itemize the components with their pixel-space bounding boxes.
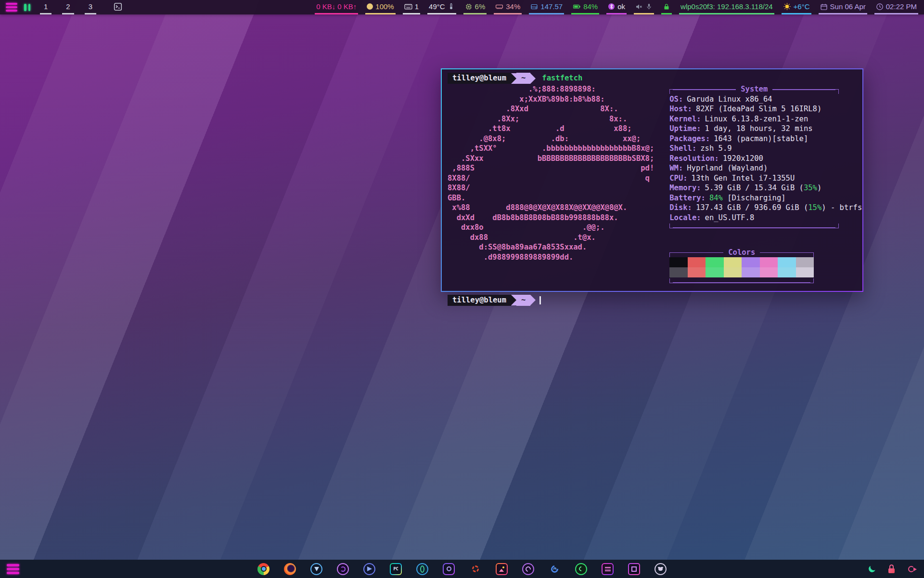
color-swatch <box>778 267 796 277</box>
info-value: 5.39 GiB / 15.34 GiB ( <box>705 184 804 192</box>
session-logout-icon[interactable] <box>905 563 917 575</box>
info-label: Resolution: <box>669 154 719 163</box>
battery-text: 84% <box>583 2 598 11</box>
prompt-line-bottom[interactable]: tilley@bleum ~ <box>448 295 857 306</box>
dock-obs-studio-icon[interactable] <box>522 563 534 575</box>
dock-image-viewer-icon[interactable] <box>496 563 508 575</box>
system-info-rows: OS:Garuda Linux x86_64Host:82XF (IdeaPad… <box>669 94 839 223</box>
dock-pycharm-icon[interactable]: PC <box>390 563 402 575</box>
clock-module[interactable]: 02:22 PM <box>874 0 918 14</box>
vpn-lock-module[interactable] <box>661 0 672 14</box>
date-text: Sun 06 Apr <box>830 2 866 11</box>
memory-module: 34% <box>494 0 522 14</box>
active-window-button[interactable] <box>111 0 125 14</box>
audio-module[interactable] <box>634 0 654 14</box>
dock-frame-tool-icon[interactable] <box>628 563 640 575</box>
info-value: Garuda Linux x86_64 <box>687 95 772 104</box>
info-value: ) <box>817 184 821 192</box>
dock-steam-icon[interactable] <box>443 563 455 575</box>
bottom-dock-bar: PC <box>0 560 924 578</box>
info-label: Disk: <box>669 203 692 212</box>
color-swatch <box>688 257 706 267</box>
bluetooth-icon <box>608 3 615 10</box>
color-swatch <box>796 257 814 267</box>
dock-web-globe-icon[interactable] <box>416 563 428 575</box>
info-value: 1643 (pacman)[stable] <box>714 134 808 143</box>
color-swatch <box>706 257 724 267</box>
calendar-icon <box>820 3 828 11</box>
info-value: zsh 5.9 <box>700 144 732 153</box>
info-label: Host: <box>669 105 692 113</box>
keyboard-icon <box>404 2 412 11</box>
session-suspend-icon[interactable] <box>866 563 878 575</box>
workspace-2-button[interactable]: 2 <box>62 0 74 14</box>
dock-firefox-icon[interactable] <box>284 563 296 575</box>
session-lock-icon[interactable] <box>886 563 898 575</box>
system-info-row: CPU:13th Gen Intel i7-1355U <box>669 173 839 184</box>
swatch-row-normal <box>669 257 814 267</box>
dock-chromium-icon[interactable] <box>257 563 270 575</box>
keyboard-layout-module[interactable]: 1 <box>403 0 420 14</box>
color-swatch <box>742 257 760 267</box>
dock-telegram-icon[interactable] <box>363 563 375 575</box>
cpu-text: 6% <box>475 2 486 11</box>
network-module[interactable]: wlp0s20f3: 192.168.3.118/24 <box>679 0 774 14</box>
dock-settings-gear-icon[interactable] <box>469 563 481 575</box>
prompt-user-chip: tilley@bleum <box>448 73 511 84</box>
prompt-user-chip: tilley@bleum <box>448 295 511 306</box>
ram-icon <box>495 2 503 11</box>
colors-panel: Colors <box>669 248 814 288</box>
dock-librewolf-icon[interactable] <box>310 563 322 575</box>
network-traffic-module: 0 KB↓ 0 KB↑ <box>315 0 358 14</box>
date-module[interactable]: Sun 06 Apr <box>819 0 867 14</box>
pause-button[interactable] <box>22 0 32 14</box>
info-label: Packages: <box>669 134 710 143</box>
terminal-window[interactable]: tilley@bleum ~ fastfetch .%;888:8898898:… <box>441 68 863 292</box>
system-info-row: Locale:en_US.UTF.8 <box>669 213 839 223</box>
workspace-3-button[interactable]: 3 <box>85 0 96 14</box>
dock-blue-swirl-icon[interactable] <box>549 563 561 575</box>
bluetooth-module[interactable]: ok <box>606 0 627 14</box>
info-label: Kernel: <box>669 115 701 123</box>
dock-menu-button[interactable] <box>7 564 18 574</box>
text-cursor <box>539 296 541 304</box>
system-info-row: Battery:84% [Discharging] <box>669 193 839 203</box>
dock-session <box>866 560 917 578</box>
clock-icon <box>876 3 884 11</box>
info-value: 15% <box>808 203 821 212</box>
weather-module[interactable]: +6°C <box>782 0 811 14</box>
dock-contacts-icon[interactable] <box>602 563 614 575</box>
color-swatch <box>796 267 814 277</box>
dock-whatsapp-icon[interactable] <box>575 563 587 575</box>
keyboard-layout-text: 1 <box>415 2 419 11</box>
sun-icon <box>783 2 791 11</box>
color-swatch <box>724 267 742 277</box>
info-value: 82XF (IdeaPad Slim 5 16IRL8) <box>696 105 821 113</box>
microphone-icon <box>645 3 653 10</box>
weather-text: +6°C <box>794 2 810 11</box>
battery-icon <box>573 2 581 11</box>
info-value: 924x578 <box>723 154 763 163</box>
colors-panel-title: Colors <box>723 248 760 258</box>
info-value: ) - btrfs <box>821 203 862 212</box>
cpu-icon <box>465 3 473 11</box>
dock-github-icon[interactable] <box>654 563 667 575</box>
topbar: 1 2 3 0 KB↓ 0 KB↑ 100% <box>0 0 924 14</box>
swatch-row-bright <box>669 267 814 277</box>
dock-apps: PC <box>257 563 667 575</box>
workspace-1-button[interactable]: 1 <box>40 0 51 14</box>
info-label: Uptime: <box>669 124 701 133</box>
ascii-art: .%;888:8898898: x;XxXB%89b8:b8%b88: .8Xx… <box>448 84 654 288</box>
brightness-icon <box>367 3 373 10</box>
disk-module: 147.57 <box>529 0 564 14</box>
prompt-line-top: tilley@bleum ~ fastfetch <box>448 73 857 84</box>
system-info-row: Uptime:1 day, 18 hours, 32 mins <box>669 124 839 134</box>
color-swatch <box>724 257 742 267</box>
system-info-row: Host:82XF (IdeaPad Slim 5 16IRL8) <box>669 104 839 114</box>
system-info-row: Memory:5.39 GiB / 15.34 GiB (35%) <box>669 183 839 193</box>
menu-button[interactable] <box>6 0 17 14</box>
brightness-module[interactable]: 100% <box>365 0 395 14</box>
info-value: 1 day, 18 hours, 32 mins <box>705 124 813 133</box>
dock-tor-browser-icon[interactable] <box>337 563 349 575</box>
prompt-path-chip: ~ <box>516 73 530 84</box>
